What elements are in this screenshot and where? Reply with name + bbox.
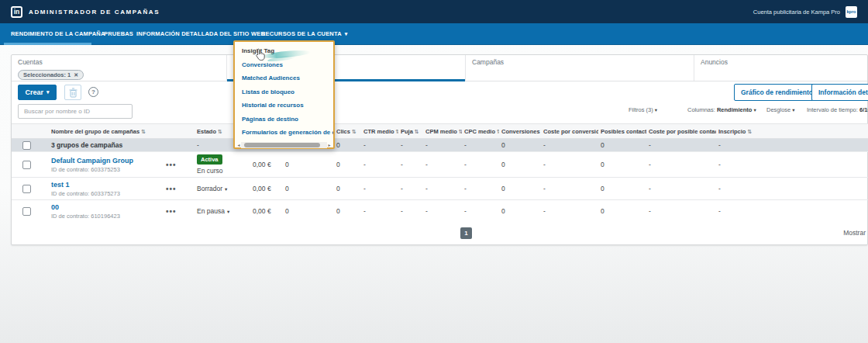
campaign-group-link[interactable]: test 1: [51, 181, 161, 189]
cell-conversiones: 0: [499, 178, 541, 200]
menu-item-historial-de-recursos[interactable]: Historial de recursos: [235, 99, 333, 113]
time-range-dropdown[interactable]: Intervalo de tiempo: 6/10/: [807, 106, 868, 113]
breakdown-label: Desglose: [766, 106, 790, 113]
entity-tabs: Cuentas Seleccionados: 1 ✕ Campañas Anun…: [12, 55, 867, 81]
campaign-group-link[interactable]: 00: [51, 203, 161, 211]
menu-item-listas-de-bloqueo[interactable]: Listas de bloqueo: [235, 85, 333, 99]
sort-icon: ⇅: [352, 129, 356, 134]
table-header-row: Nombre del grupo de campañas⇅ Estado⇅ Cl…: [12, 124, 868, 139]
nav-item-pruebas[interactable]: PRUEBAS: [104, 23, 133, 45]
col-puja[interactable]: Puja⇅: [398, 124, 423, 139]
account-label: Cuenta publicitaria de Kampa Pro: [753, 9, 840, 16]
sort-icon: ⇅: [396, 129, 398, 134]
table-row: 00 ID de contrato: 610196423 ••• En paus…: [12, 200, 868, 223]
account-avatar[interactable]: kpro: [846, 6, 857, 18]
help-icon[interactable]: ?: [88, 87, 98, 97]
close-icon[interactable]: ✕: [74, 72, 78, 78]
tab-campanas-label: Campañas: [472, 58, 687, 66]
cell-impresiones: 0: [283, 152, 334, 178]
delete-button[interactable]: [64, 85, 81, 100]
col-posibles-contactos[interactable]: Posibles contactos⇅: [598, 124, 646, 139]
cell-inscripciones: -: [716, 200, 868, 223]
cell-puja: -: [398, 200, 423, 223]
menu-item-matched-audiences[interactable]: Matched Audiences: [235, 71, 333, 85]
summary-label: 3 grupos de campañas: [40, 139, 164, 152]
col-coste-conversion[interactable]: Coste por conversión⇅: [541, 124, 598, 139]
chevron-down-icon: ▾: [345, 31, 348, 36]
cell-coste-posible: -: [646, 178, 716, 200]
row-checkbox[interactable]: [22, 185, 31, 193]
chevron-down-icon: ▾: [655, 107, 657, 113]
pagination-page-1[interactable]: 1: [460, 227, 472, 239]
row-menu-button[interactable]: •••: [166, 185, 177, 193]
chevron-down-icon[interactable]: ▾: [227, 209, 229, 214]
col-coste-posible-contacto[interactable]: Coste por posible contacto⇅: [646, 124, 716, 139]
content-card: Cuentas Seleccionados: 1 ✕ Campañas Anun…: [11, 54, 868, 245]
status-badge: Activa: [197, 154, 222, 165]
demographics-button[interactable]: Información detalla: [811, 84, 868, 101]
tab-anuncios[interactable]: Anuncios: [694, 55, 867, 81]
chevron-down-icon[interactable]: ▾: [225, 186, 227, 192]
filters-dropdown[interactable]: Filtros (3)▾: [629, 106, 657, 113]
create-button[interactable]: Crear ▾: [18, 85, 57, 100]
cell-cpc: -: [462, 178, 499, 200]
cell-impresiones: 0: [283, 200, 334, 223]
columns-dropdown[interactable]: Columnas: Rendimiento▾: [687, 106, 756, 113]
col-menu: [164, 124, 195, 139]
scrollbar-thumb[interactable]: [244, 143, 320, 147]
menu-item-paginas-de-destino[interactable]: Páginas de destino: [235, 113, 333, 126]
col-label: Posibles contactos: [601, 128, 646, 135]
time-range-value: 6/10/: [859, 106, 868, 113]
col-ctr[interactable]: CTR medio⇅: [361, 124, 398, 139]
cell-gasto: 0,00 €: [250, 152, 283, 178]
dropdown-horizontal-scrollbar[interactable]: ◂ ▸: [236, 142, 332, 149]
col-clics[interactable]: Clics⇅: [334, 124, 361, 139]
filters-label: Filtros (3): [629, 106, 653, 113]
sort-icon: ⇅: [459, 129, 462, 134]
row-checkbox[interactable]: [22, 161, 31, 169]
scroll-right-icon[interactable]: ▸: [327, 142, 332, 149]
cell-posibles: 0: [598, 152, 646, 178]
performance-chart-button[interactable]: Gráfico de rendimiento: [734, 84, 820, 101]
col-nombre[interactable]: Nombre del grupo de campañas⇅: [40, 124, 164, 139]
col-label: Inscripcio: [718, 128, 746, 135]
menu-item-formularios[interactable]: Formularios de generación de contacto: [235, 126, 333, 140]
cell-cpm: -: [423, 200, 462, 223]
tab-cuentas[interactable]: Cuentas Seleccionados: 1 ✕: [12, 55, 227, 81]
row-checkbox[interactable]: [22, 207, 31, 216]
tab-campanas[interactable]: Campañas: [466, 55, 694, 81]
col-label: Conversiones: [501, 128, 540, 135]
summary-value: -: [361, 139, 398, 152]
cell-clics: 0: [334, 152, 361, 178]
col-cpc[interactable]: CPC medio⇅: [462, 124, 499, 139]
breakdown-dropdown[interactable]: Desglose▾: [766, 106, 795, 113]
selected-filter-pill[interactable]: Seleccionados: 1 ✕: [18, 70, 84, 80]
nav-item-rendimiento[interactable]: RENDIMIENTO DE LA CAMPAÑA: [11, 23, 105, 45]
contract-id: ID de contrato: 603375273: [51, 190, 161, 197]
row-menu-button[interactable]: •••: [166, 207, 177, 216]
table-row: Default Campaign Group ID de contrato: 6…: [12, 152, 868, 178]
col-label: Estado: [197, 128, 216, 135]
nav-item-recursos-label: RECURSOS DE LA CUENTA: [261, 30, 342, 37]
summary-value: -: [541, 139, 598, 152]
summary-checkbox[interactable]: [22, 141, 31, 150]
cell-ctr: -: [361, 178, 398, 200]
col-cpm[interactable]: CPM medio⇅: [423, 124, 462, 139]
row-menu-button[interactable]: •••: [166, 161, 177, 169]
create-button-label: Crear: [25, 88, 43, 96]
col-label: CPM medio: [425, 128, 457, 135]
summary-row: 3 grupos de campañas - 0 - - - - 0 - 0 -…: [12, 139, 868, 152]
col-label: CTR medio: [363, 128, 394, 135]
campaign-group-link[interactable]: Default Campaign Group: [51, 157, 161, 165]
contract-id: ID de contrato: 603375253: [51, 166, 161, 173]
tab-cuentas-label: Cuentas: [18, 58, 220, 66]
table-row: test 1 ID de contrato: 603375273 ••• Bor…: [12, 178, 868, 200]
col-conversiones[interactable]: Conversiones⇅: [499, 124, 541, 139]
scrollbar-track[interactable]: [241, 142, 327, 148]
summary-value: 0: [598, 139, 646, 152]
summary-value: 0: [499, 139, 541, 152]
search-input[interactable]: [18, 104, 133, 119]
cell-cpm: -: [423, 178, 462, 200]
cell-clics: 0: [334, 178, 361, 200]
col-inscripciones[interactable]: Inscripcio⇅: [716, 124, 868, 139]
